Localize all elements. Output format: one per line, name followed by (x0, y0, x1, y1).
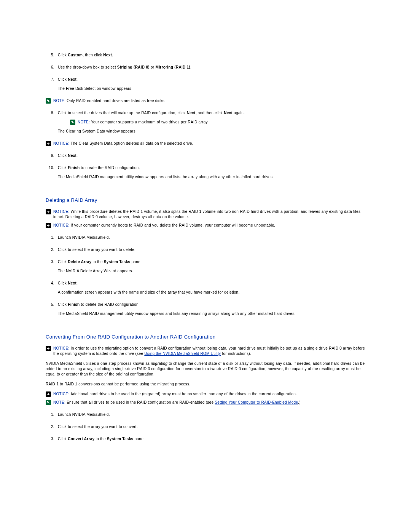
link-raid-enabled-mode[interactable]: Setting Your Computer to RAID-Enabled Mo… (215, 400, 298, 404)
arrow-icon (46, 141, 51, 146)
text: in the (94, 437, 107, 441)
bold-mirroring: Mirroring (RAID 1) (156, 65, 191, 69)
link-rom-utility[interactable]: Using the NVIDIA MediaShield ROM Utility (144, 351, 221, 356)
steps-configure-raid-cont: Click to select the drives that will mak… (46, 110, 365, 134)
text: Click (58, 260, 68, 264)
notice-text: NOTICE: Additional hard drives to be use… (53, 391, 365, 397)
text: Click (58, 302, 68, 307)
notice-converting-2: NOTICE: Additional hard drives to be use… (46, 391, 365, 397)
arrow-icon (46, 346, 51, 351)
notice-label: NOTICE: (53, 209, 70, 214)
text: . (76, 77, 78, 81)
pencil-icon (46, 400, 51, 405)
para-raid1-limit: RAID 1 to RAID 1 conversions cannot be p… (46, 382, 365, 387)
text: Use the drop-down box to select (58, 65, 117, 69)
convert-step-2: Click to select the array you want to co… (56, 424, 365, 430)
text: pane. (130, 260, 142, 264)
text: While this procedure deletes the RAID 1 … (53, 209, 360, 219)
text: Click (58, 77, 68, 81)
bold-next: Next (187, 111, 196, 115)
step-6: Use the drop-down box to select Striping… (56, 65, 365, 70)
para-migrating: NVIDIA MediaShield utilizes a one-step p… (46, 361, 365, 377)
step-subtext: The Free Disk Selection window appears. (58, 86, 365, 91)
notice-text: NOTICE: While this procedure deletes the… (53, 209, 365, 220)
bold-system-tasks: System Tasks (107, 437, 134, 441)
step-subtext: The MediaShield RAID management utility … (58, 311, 365, 316)
notice-label: NOTICE: (53, 346, 70, 350)
note-converting-1: NOTE: Ensure that all drives to be used … (46, 400, 365, 405)
text: to delete the RAID configuration. (80, 302, 140, 307)
step-5: Click Custom, then click Next. (56, 53, 365, 58)
note-text: NOTE: Your computer supports a maximum o… (78, 120, 365, 125)
em-migrating: migrating (151, 361, 167, 366)
step-subtext: A confirmation screen appears with the n… (58, 290, 365, 295)
text: . (76, 153, 78, 158)
text: Your computer supports a maximum of two … (90, 120, 209, 124)
text: Click (58, 53, 68, 57)
bold-next: Next (224, 111, 233, 115)
text: to create the RAID configuration. (80, 166, 140, 170)
notice-deleting-1: NOTICE: While this procedure deletes the… (46, 209, 365, 220)
text: Click (58, 153, 68, 158)
text: Only RAID-enabled hard drives are listed… (65, 99, 166, 103)
text: . (190, 65, 191, 69)
text: Click (58, 166, 68, 170)
note-label: NOTE: (53, 99, 65, 103)
bold-convert-array: Convert Array (68, 437, 94, 441)
text: or (150, 65, 156, 69)
bold-next: Next (68, 281, 76, 285)
convert-step-3: Click Convert Array in the System Tasks … (56, 436, 365, 442)
step-subtext: The MediaShield RAID management utility … (58, 174, 365, 180)
bold-next: Next (68, 77, 76, 81)
text: Click to select the drives that will mak… (58, 111, 187, 115)
delete-step-3: Click Delete Array in the System Tasks p… (56, 259, 365, 274)
bold-striping: Striping (RAID 0) (117, 65, 150, 69)
bold-finish: Finish (68, 302, 80, 307)
steps-configure-raid: Click Custom, then click Next. Use the d… (46, 53, 365, 91)
bold-custom: Custom (68, 53, 83, 57)
delete-step-4: Click Next. A confirmation screen appear… (56, 281, 365, 295)
text: .) (298, 400, 301, 404)
notice-converting-1: NOTICE: In order to use the migrating op… (46, 346, 365, 356)
text: Additional hard drives to be used in the… (70, 392, 297, 396)
delete-step-1: Launch NVIDIA MediaShield. (56, 235, 365, 240)
delete-step-2: Click to select the array you want to de… (56, 247, 365, 252)
note-text: NOTE: Only RAID-enabled hard drives are … (53, 98, 365, 104)
bold-next: Next (103, 53, 112, 57)
text: The Clear System Data option deletes all… (70, 141, 193, 145)
delete-step-5: Click Finish to delete the RAID configur… (56, 302, 365, 316)
notice-label: NOTICE: (53, 223, 70, 227)
step-subtext: The Clearing System Data window appears. (58, 129, 365, 134)
text: Ensure that all drives to be used in the… (65, 400, 215, 404)
text: . (112, 53, 113, 57)
text: , and then click (196, 111, 224, 115)
text: , then click (83, 53, 103, 57)
step-7: Click Next. The Free Disk Selection wind… (56, 77, 365, 91)
pencil-icon (46, 98, 51, 104)
arrow-icon (46, 223, 51, 228)
notice-clear-data: NOTICE: The Clear System Data option del… (46, 141, 365, 146)
notice-text: NOTICE: In order to use the migrating op… (53, 346, 365, 356)
notice-deleting-2: NOTICE: If your computer currently boots… (46, 223, 365, 228)
note-max-drives: NOTE: Your computer supports a maximum o… (70, 120, 365, 125)
heading-converting: Converting From One RAID Configuration t… (46, 334, 365, 340)
text: Click (58, 437, 68, 441)
notice-label: NOTICE: (53, 141, 70, 145)
bold-system-tasks: System Tasks (104, 260, 131, 264)
text: Click (58, 281, 68, 285)
bold-delete-array: Delete Array (68, 260, 91, 264)
bold-finish: Finish (68, 166, 80, 170)
text: pane. (133, 437, 145, 441)
heading-deleting: Deleting a RAID Array (46, 197, 365, 204)
text: NVIDIA MediaShield utilizes a one-step p… (46, 361, 151, 366)
bold-next: Next (68, 153, 76, 158)
step-10: Click Finish to create the RAID configur… (56, 165, 365, 180)
text: If your computer currently boots to RAID… (70, 223, 276, 227)
note-label: NOTE: (53, 400, 65, 404)
note-label: NOTE: (78, 120, 90, 124)
arrow-icon (46, 391, 51, 397)
step-subtext: The NVIDIA Delete Array Wizard appears. (58, 268, 365, 274)
steps-deleting: Launch NVIDIA MediaShield. Click to sele… (46, 235, 365, 316)
steps-converting: Launch NVIDIA MediaShield. Click to sele… (46, 412, 365, 442)
notice-text: NOTICE: The Clear System Data option del… (53, 141, 365, 146)
